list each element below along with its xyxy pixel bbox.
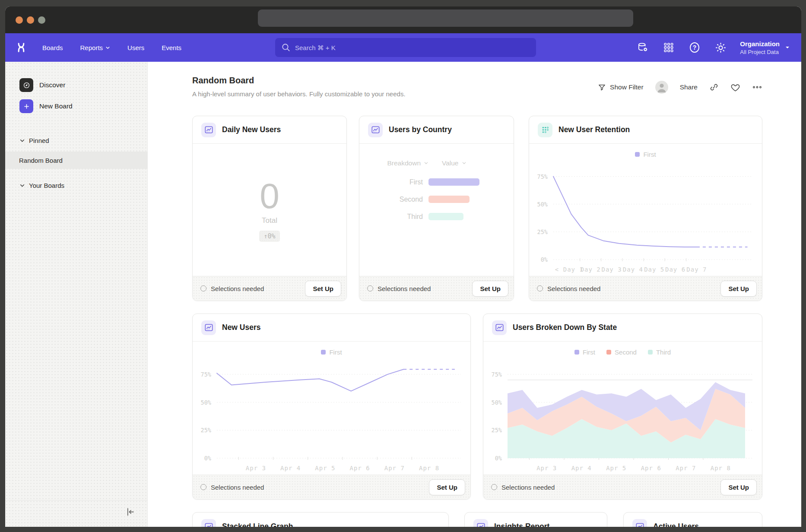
sidebar-footer bbox=[5, 500, 147, 527]
org-switcher[interactable]: Organization All Project Data bbox=[740, 40, 790, 56]
chart-legend: FirstSecondThird bbox=[483, 342, 762, 358]
desktop-background: Boards Reports Users Events bbox=[0, 0, 806, 532]
sidebar-section-pinned[interactable]: Pinned bbox=[19, 137, 147, 144]
line-chart-icon bbox=[632, 519, 647, 527]
legend-item: First bbox=[321, 348, 342, 356]
card-header: Stacked Line Graph bbox=[193, 513, 448, 527]
browser-window: Boards Reports Users Events bbox=[5, 6, 801, 527]
row-label: Second bbox=[359, 196, 428, 203]
svg-text:25%: 25% bbox=[492, 427, 502, 434]
more-options-icon[interactable] bbox=[752, 82, 762, 92]
legend-item: First bbox=[574, 348, 595, 356]
line-chart-icon bbox=[201, 320, 216, 335]
status-text: Selections needed bbox=[501, 484, 555, 491]
window-minimize-button[interactable] bbox=[27, 16, 34, 24]
svg-text:75%: 75% bbox=[537, 173, 548, 180]
card-body: FirstSecondThird 75%50%25%0%Apr 3Apr 4Ap… bbox=[483, 342, 762, 475]
filter-funnel-icon bbox=[598, 83, 606, 92]
value-bar bbox=[428, 196, 470, 203]
favorite-heart-icon[interactable] bbox=[730, 82, 740, 92]
page-title: Random Board bbox=[192, 76, 254, 86]
chevron-down-icon bbox=[19, 138, 25, 143]
search-icon bbox=[281, 43, 291, 54]
line-chart-icon bbox=[201, 123, 216, 137]
legend-swatch bbox=[635, 152, 640, 157]
svg-text:Apr 6: Apr 6 bbox=[641, 465, 661, 472]
chevron-down-icon bbox=[462, 161, 466, 165]
show-filter-label: Show Filter bbox=[610, 83, 644, 91]
value-dropdown[interactable]: Value bbox=[442, 159, 466, 167]
chart-legend: First bbox=[193, 342, 470, 358]
window-close-button[interactable] bbox=[16, 16, 23, 24]
status-text: Selections needed bbox=[211, 484, 264, 491]
navbar-right-cluster: ? Organization All Project Data bbox=[636, 40, 790, 56]
sidebar: Discover New Board Pinned Random Board Y… bbox=[5, 62, 148, 527]
status-text: Selections needed bbox=[378, 285, 431, 292]
avatar[interactable] bbox=[655, 81, 668, 94]
svg-text:Apr 7: Apr 7 bbox=[384, 465, 405, 472]
window-zoom-button[interactable] bbox=[38, 16, 45, 24]
svg-text:Day 3: Day 3 bbox=[601, 266, 622, 273]
data-management-icon[interactable] bbox=[636, 41, 649, 54]
chevron-down-icon bbox=[785, 45, 790, 50]
card-title: New User Retention bbox=[558, 125, 630, 134]
svg-text:75%: 75% bbox=[492, 371, 502, 378]
set-up-button[interactable]: Set Up bbox=[720, 281, 757, 297]
mixpanel-logo-icon[interactable] bbox=[15, 41, 28, 54]
svg-text:Day 6: Day 6 bbox=[665, 266, 685, 273]
svg-text:Day 5: Day 5 bbox=[644, 266, 664, 273]
apps-grid-icon[interactable] bbox=[662, 41, 675, 54]
nav-item-label: Events bbox=[162, 44, 181, 51]
breakdown-dropdown[interactable]: Breakdown bbox=[387, 159, 428, 167]
nav-item-boards[interactable]: Boards bbox=[42, 44, 63, 51]
chevron-down-icon bbox=[19, 183, 25, 188]
nav-item-label: Reports bbox=[80, 44, 103, 51]
sidebar-item-random-board[interactable]: Random Board bbox=[5, 152, 147, 169]
window-titlebar bbox=[5, 6, 801, 33]
settings-gear-icon[interactable] bbox=[714, 41, 727, 54]
metric-label: Total bbox=[262, 216, 277, 225]
sidebar-item-discover[interactable]: Discover bbox=[19, 78, 147, 92]
url-bar[interactable] bbox=[258, 10, 633, 27]
svg-text:0%: 0% bbox=[495, 455, 502, 462]
legend-swatch bbox=[606, 350, 611, 355]
card-body: Breakdown Value First bbox=[359, 144, 514, 276]
retention-line-chart: 75%50%25%0%< Day 1Day 2Day 3Day 4Day 5Da… bbox=[529, 160, 762, 276]
sidebar-section-your-boards[interactable]: Your Boards bbox=[19, 182, 147, 189]
metric-value: 0 bbox=[260, 178, 279, 214]
value-bar bbox=[428, 213, 463, 220]
value-label: Value bbox=[442, 159, 459, 167]
card-title: New Users bbox=[222, 323, 261, 332]
chevron-down-icon bbox=[424, 161, 428, 165]
nav-item-reports[interactable]: Reports bbox=[80, 44, 111, 51]
set-up-button[interactable]: Set Up bbox=[305, 281, 341, 297]
show-filter-button[interactable]: Show Filter bbox=[598, 83, 644, 92]
line-chart-icon bbox=[473, 519, 488, 527]
svg-text:< Day 1: < Day 1 bbox=[555, 266, 584, 273]
sidebar-item-new-board[interactable]: New Board bbox=[19, 99, 147, 113]
nav-item-users[interactable]: Users bbox=[127, 44, 144, 51]
card-header: New User Retention bbox=[529, 116, 762, 144]
svg-text:Apr 5: Apr 5 bbox=[606, 465, 626, 472]
svg-text:?: ? bbox=[693, 44, 697, 51]
set-up-button[interactable]: Set Up bbox=[429, 479, 465, 495]
page-subtitle: A high-level summary of user behaviors. … bbox=[192, 90, 406, 98]
line-chart-icon bbox=[368, 123, 383, 137]
legend-item: Third bbox=[648, 348, 671, 356]
search-input[interactable] bbox=[275, 38, 536, 57]
copy-link-icon[interactable] bbox=[709, 82, 719, 92]
share-button[interactable]: Share bbox=[680, 83, 698, 91]
svg-text:Apr 7: Apr 7 bbox=[676, 465, 696, 472]
status-radio-icon bbox=[200, 484, 206, 490]
collapse-sidebar-icon[interactable] bbox=[124, 507, 135, 519]
global-search bbox=[275, 38, 536, 57]
card-body: 0 Total ↑0% bbox=[193, 144, 346, 276]
card-title: Stacked Line Graph bbox=[222, 522, 293, 527]
svg-text:Apr 5: Apr 5 bbox=[315, 465, 335, 472]
set-up-button[interactable]: Set Up bbox=[720, 479, 757, 495]
set-up-button[interactable]: Set Up bbox=[472, 281, 508, 297]
nav-item-events[interactable]: Events bbox=[162, 44, 181, 51]
status-radio-icon bbox=[200, 285, 206, 291]
svg-text:Apr 3: Apr 3 bbox=[246, 465, 266, 472]
help-icon[interactable]: ? bbox=[688, 41, 701, 54]
